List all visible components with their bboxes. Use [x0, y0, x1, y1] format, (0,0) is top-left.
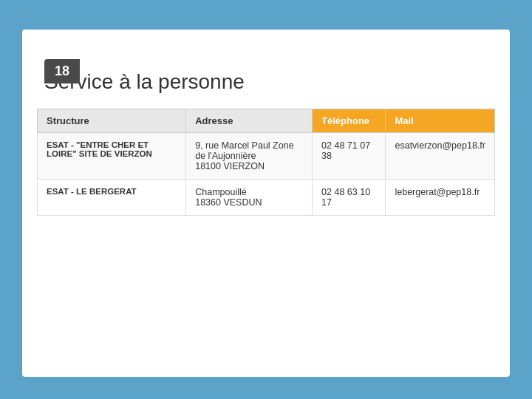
col-header-telephone: Téléphone	[313, 109, 386, 133]
data-table: Structure Adresse Téléphone Mail ESAT - …	[37, 109, 495, 216]
home-button[interactable]	[480, 31, 506, 58]
cell-structure: ESAT - "ENTRE CHER ET LOIRE" SITE DE VIE…	[38, 133, 186, 180]
table-header-row: Structure Adresse Téléphone Mail	[38, 109, 495, 133]
cell-telephone: 02 48 63 10 17	[313, 180, 386, 216]
table-row: ESAT - LE BERGERATChampouillé 18360 VESD…	[38, 180, 495, 216]
col-header-adresse: Adresse	[186, 109, 313, 133]
home-icon	[482, 34, 503, 55]
svg-marker-0	[484, 37, 502, 53]
cell-telephone: 02 48 71 07 38	[313, 133, 386, 180]
cell-adresse: 9, rue Marcel Paul Zone de l'Aujonnière …	[186, 133, 313, 180]
table-row: ESAT - "ENTRE CHER ET LOIRE" SITE DE VIE…	[38, 133, 495, 180]
cell-adresse: Champouillé 18360 VESDUN	[186, 180, 313, 216]
page-title: Service à la personne	[22, 30, 510, 109]
col-header-mail: Mail	[386, 109, 495, 133]
cell-mail: esatvierzon@pep18.fr	[386, 133, 495, 180]
col-header-structure: Structure	[38, 109, 186, 133]
cell-mail: lebergerat@pep18.fr	[386, 180, 495, 216]
page-number: 18	[44, 59, 80, 83]
cell-structure: ESAT - LE BERGERAT	[38, 180, 186, 216]
main-card: 18 Service à la personne Structure Adres…	[22, 30, 510, 377]
